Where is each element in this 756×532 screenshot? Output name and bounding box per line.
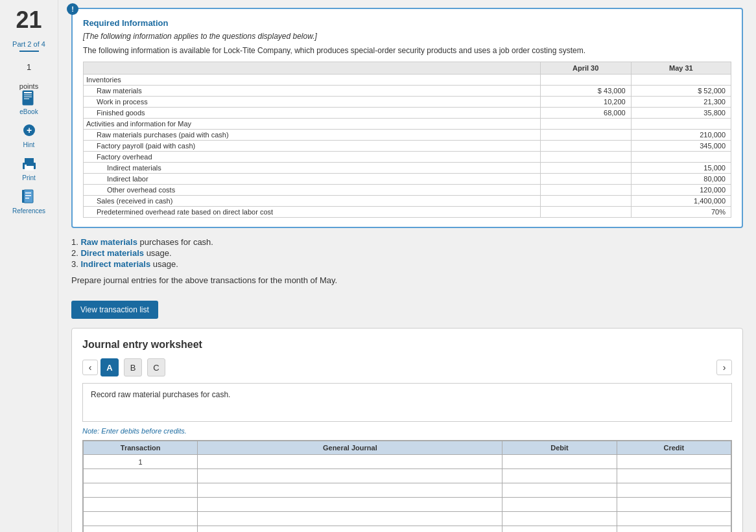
journal-input-4[interactable] bbox=[202, 501, 498, 509]
debit-cell[interactable] bbox=[502, 469, 617, 483]
journal-table: Transaction General Journal Debit Credit… bbox=[83, 441, 731, 532]
journal-row-4 bbox=[84, 498, 731, 512]
table-row: Inventories bbox=[84, 75, 731, 86]
hint-label: Hint bbox=[23, 141, 35, 148]
journal-row-1: 1 bbox=[84, 455, 731, 469]
main-content: ! Required Information [The following in… bbox=[58, 0, 756, 532]
inventory-table: April 30 May 31 Inventories Raw material… bbox=[83, 62, 731, 218]
transaction-cell bbox=[84, 483, 198, 498]
table-row: Activities and information for May bbox=[84, 119, 731, 130]
note-text: Note: Enter debits before credits. bbox=[82, 427, 732, 435]
transaction-cell bbox=[84, 469, 198, 483]
table-row: Predetermined overhead rate based on dir… bbox=[84, 207, 731, 218]
tab-next-button[interactable]: › bbox=[716, 360, 732, 375]
references-label: References bbox=[12, 207, 45, 214]
page-number: 21 bbox=[16, 6, 41, 34]
sidebar-item-hint[interactable]: + Hint bbox=[20, 123, 38, 148]
part-underline bbox=[19, 51, 39, 52]
ebook-label: eBook bbox=[19, 108, 38, 115]
credit-cell[interactable] bbox=[617, 483, 731, 498]
journal-row-6 bbox=[84, 526, 731, 533]
required-subtitle: [The following information applies to th… bbox=[83, 32, 731, 41]
tab-c[interactable]: C bbox=[147, 358, 165, 376]
tab-b[interactable]: B bbox=[124, 358, 142, 376]
sidebar-item-references[interactable]: References bbox=[12, 189, 45, 214]
journal-input-6[interactable] bbox=[202, 529, 498, 533]
credit-input-5[interactable] bbox=[621, 515, 727, 523]
sidebar: 21 Part 2 of 4 1 points eBook + bbox=[0, 0, 58, 532]
worksheet-title: Journal entry worksheet bbox=[82, 339, 732, 351]
debit-input-6[interactable] bbox=[506, 529, 612, 533]
debit-cell[interactable] bbox=[502, 498, 617, 512]
svg-rect-3 bbox=[24, 97, 32, 97]
journal-cell[interactable] bbox=[198, 469, 502, 483]
credit-input-2[interactable] bbox=[621, 472, 727, 480]
worksheet-box: Journal entry worksheet ‹ A B C › Record… bbox=[71, 328, 743, 532]
table-row: Other overhead costs 120,000 bbox=[84, 185, 731, 196]
col-credit: Credit bbox=[617, 441, 731, 455]
required-info-box: ! Required Information [The following in… bbox=[71, 8, 743, 228]
tab-a[interactable]: A bbox=[100, 358, 119, 376]
table-row: Finished goods 68,000 35,800 bbox=[84, 108, 731, 119]
credit-cell[interactable] bbox=[617, 526, 731, 533]
table-row: Raw materials purchases (paid with cash)… bbox=[84, 130, 731, 141]
credit-cell[interactable] bbox=[617, 512, 731, 526]
view-transaction-button[interactable]: View transaction list bbox=[71, 301, 158, 319]
credit-input-4[interactable] bbox=[621, 501, 727, 509]
required-desc: The following information is available f… bbox=[83, 46, 731, 55]
debit-cell[interactable] bbox=[502, 512, 617, 526]
svg-rect-1 bbox=[24, 92, 32, 93]
sidebar-item-ebook[interactable]: eBook bbox=[19, 90, 38, 115]
journal-cell[interactable] bbox=[198, 526, 502, 533]
debit-input-1[interactable] bbox=[506, 458, 612, 466]
prepare-text: Prepare journal entries for the above tr… bbox=[71, 275, 743, 285]
col-transaction: Transaction bbox=[84, 441, 198, 455]
journal-table-wrapper: Transaction General Journal Debit Credit… bbox=[82, 440, 732, 532]
svg-rect-9 bbox=[25, 166, 34, 170]
tab-prev-button[interactable]: ‹ bbox=[82, 360, 98, 375]
debit-cell[interactable] bbox=[502, 526, 617, 533]
info-icon: ! bbox=[67, 3, 78, 15]
debit-input-4[interactable] bbox=[506, 501, 612, 509]
col-debit: Debit bbox=[502, 441, 617, 455]
table-row: Indirect labor 80,000 bbox=[84, 174, 731, 185]
svg-text:+: + bbox=[26, 125, 31, 135]
journal-cell[interactable] bbox=[198, 498, 502, 512]
points-label: points bbox=[19, 82, 38, 90]
credit-cell[interactable] bbox=[617, 455, 731, 469]
table-row: Factory overhead bbox=[84, 152, 731, 163]
credit-input-6[interactable] bbox=[621, 529, 727, 533]
credit-input-1[interactable] bbox=[621, 458, 727, 466]
svg-rect-12 bbox=[24, 190, 33, 203]
credit-cell[interactable] bbox=[617, 469, 731, 483]
table-row: Sales (received in cash) 1,400,000 bbox=[84, 196, 731, 207]
debit-input-3[interactable] bbox=[506, 487, 612, 494]
debit-input-5[interactable] bbox=[506, 515, 612, 523]
table-row: Indirect materials 15,000 bbox=[84, 163, 731, 174]
debit-cell[interactable] bbox=[502, 483, 617, 498]
questions-section: 1. Raw materials purchases for cash. 2. … bbox=[71, 237, 743, 285]
journal-input-1[interactable] bbox=[202, 458, 498, 466]
debit-cell[interactable] bbox=[502, 455, 617, 469]
svg-rect-13 bbox=[25, 192, 31, 194]
journal-cell[interactable] bbox=[198, 483, 502, 498]
sidebar-item-print[interactable]: Print bbox=[20, 156, 38, 181]
credit-input-3[interactable] bbox=[621, 487, 727, 494]
journal-input-2[interactable] bbox=[202, 472, 498, 480]
journal-row-5 bbox=[84, 512, 731, 526]
col-april: April 30 bbox=[540, 62, 631, 75]
journal-row-2 bbox=[84, 469, 731, 483]
debit-input-2[interactable] bbox=[506, 472, 612, 480]
journal-cell[interactable] bbox=[198, 455, 502, 469]
journal-input-3[interactable] bbox=[202, 487, 498, 494]
transaction-cell bbox=[84, 498, 198, 512]
transaction-cell bbox=[84, 526, 198, 533]
question-3: 3. Indirect materials usage. bbox=[71, 259, 743, 269]
journal-input-5[interactable] bbox=[202, 515, 498, 523]
svg-rect-15 bbox=[25, 198, 29, 199]
journal-cell[interactable] bbox=[198, 512, 502, 526]
journal-row-3 bbox=[84, 483, 731, 498]
question-1: 1. Raw materials purchases for cash. bbox=[71, 237, 743, 247]
credit-cell[interactable] bbox=[617, 498, 731, 512]
svg-rect-2 bbox=[24, 95, 32, 95]
